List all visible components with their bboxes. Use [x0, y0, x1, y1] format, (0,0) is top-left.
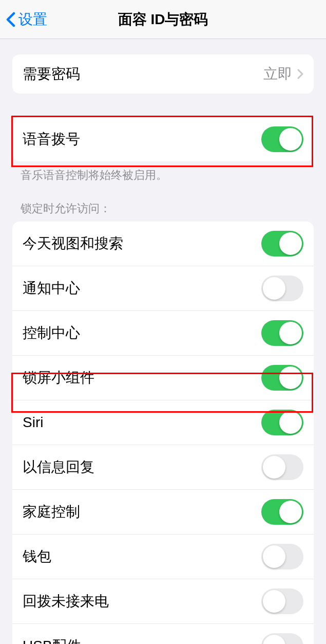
voice-dial-toggle[interactable]	[261, 126, 303, 152]
lock-access-row: 通知中心	[12, 266, 314, 310]
lock-access-item-label: 以信息回复	[23, 457, 94, 477]
lock-access-toggle[interactable]	[261, 275, 303, 301]
voice-dial-row: 语音拨号	[12, 117, 314, 161]
lock-access-item-label: 控制中心	[23, 323, 80, 343]
toggle-knob	[263, 277, 285, 300]
lock-access-item-label: 回拨未接来电	[23, 592, 109, 611]
lock-access-toggle[interactable]	[261, 320, 303, 346]
toggle-knob	[279, 501, 302, 523]
lock-access-toggle[interactable]	[261, 410, 303, 435]
lock-access-toggle[interactable]	[261, 454, 303, 480]
toggle-knob	[263, 456, 285, 479]
toggle-knob	[279, 232, 302, 255]
lock-access-row: 以信息回复	[12, 445, 314, 489]
lock-access-row: 今天视图和搜索	[12, 222, 314, 266]
lock-access-item-label: 家庭控制	[23, 502, 80, 522]
page-title: 面容 ID与密码	[118, 10, 208, 29]
lock-access-row: 家庭控制	[12, 489, 314, 534]
lock-access-row: 锁屏小组件	[12, 355, 314, 400]
toggle-knob	[263, 545, 285, 568]
toggle-knob	[279, 366, 302, 389]
lock-access-item-label: 通知中心	[23, 279, 80, 298]
lock-access-toggle[interactable]	[261, 499, 303, 525]
back-label: 设置	[18, 10, 47, 29]
lock-access-toggle[interactable]	[261, 633, 303, 644]
lock-access-item-label: USB配件	[23, 636, 81, 644]
toggle-knob	[279, 128, 302, 151]
lock-access-item-label: 今天视图和搜索	[23, 234, 123, 253]
lock-access-row: 控制中心	[12, 310, 314, 355]
voice-dial-label: 语音拨号	[23, 130, 80, 149]
lock-access-toggle[interactable]	[261, 588, 303, 614]
require-passcode-group: 需要密码 立即	[12, 54, 314, 94]
content: 需要密码 立即 语音拨号 音乐语音控制将始终被启用。 锁定时允许访问： 今天视图…	[0, 39, 326, 644]
lock-access-toggle[interactable]	[261, 544, 303, 569]
voice-dial-group: 语音拨号	[12, 117, 314, 161]
toggle-knob	[263, 635, 285, 644]
toggle-knob	[279, 322, 302, 344]
lock-access-toggle[interactable]	[261, 231, 303, 256]
nav-bar: 设置 面容 ID与密码	[0, 0, 326, 39]
toggle-knob	[279, 411, 302, 434]
voice-dial-footer: 音乐语音控制将始终被启用。	[0, 161, 326, 183]
back-button[interactable]: 设置	[0, 10, 47, 29]
lock-access-toggle[interactable]	[261, 365, 303, 391]
toggle-knob	[263, 590, 285, 613]
chevron-left-icon	[6, 12, 15, 27]
require-passcode-row[interactable]: 需要密码 立即	[12, 54, 314, 94]
require-passcode-value: 立即	[263, 64, 292, 84]
lock-access-group: 今天视图和搜索通知中心控制中心锁屏小组件Siri以信息回复家庭控制钱包回拨未接来…	[12, 222, 314, 644]
require-passcode-label: 需要密码	[23, 64, 80, 84]
lock-access-row: 回拨未接来电	[12, 579, 314, 623]
lock-access-item-label: 钱包	[23, 547, 51, 566]
lock-access-row: 钱包	[12, 534, 314, 579]
lock-access-header: 锁定时允许访问：	[0, 183, 326, 222]
lock-access-item-label: 锁屏小组件	[23, 368, 94, 388]
lock-access-row: Siri	[12, 400, 314, 445]
require-passcode-value-wrap: 立即	[263, 64, 303, 84]
lock-access-item-label: Siri	[23, 414, 43, 431]
chevron-right-icon	[297, 69, 303, 79]
lock-access-row: USB配件	[12, 623, 314, 644]
